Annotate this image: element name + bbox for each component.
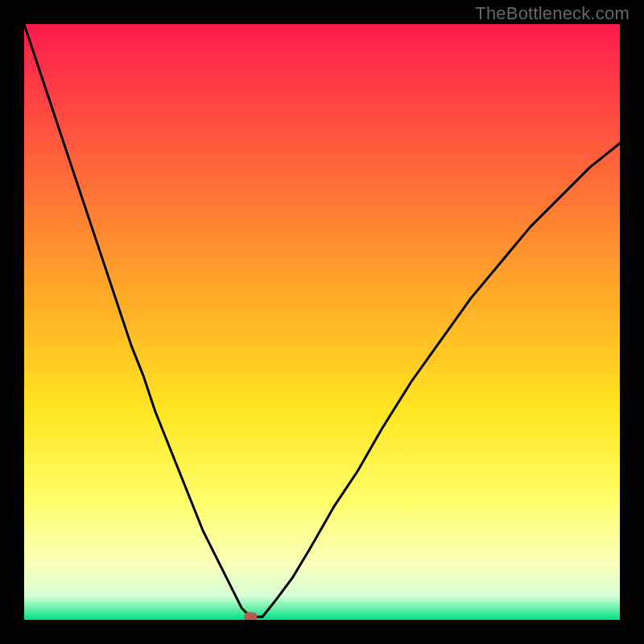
- minimum-marker: [244, 613, 257, 620]
- gradient-background: [24, 24, 620, 620]
- watermark-text: TheBottleneck.com: [475, 3, 630, 24]
- chart-frame: TheBottleneck.com: [0, 0, 644, 644]
- plot-svg: [24, 24, 620, 620]
- bottleneck-plot: [24, 24, 620, 620]
